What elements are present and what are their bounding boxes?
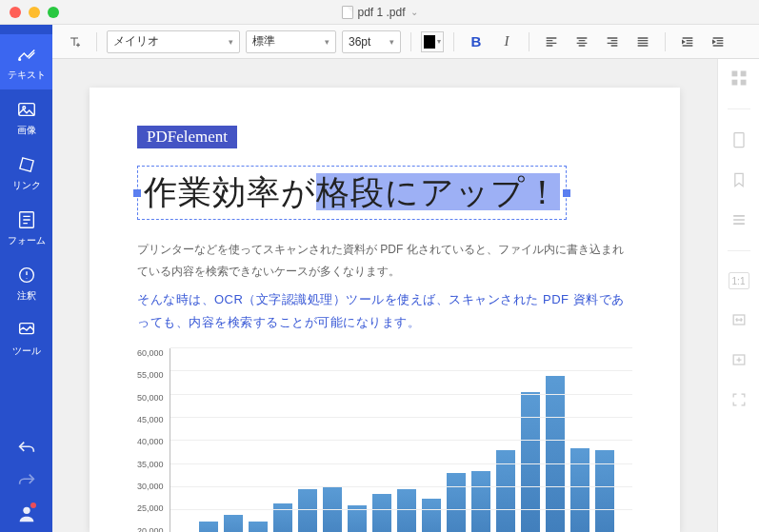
body-paragraph[interactable]: プリンターなどを使ってスキャンされた資料が PDF 化されていると、ファイル内に… [137, 239, 632, 283]
window-controls [10, 7, 59, 18]
window-title: pdf 1 .pdf ⌄ [341, 6, 417, 19]
heading-selected: 格段にアップ！ [316, 173, 560, 210]
y-tick-label: 45,000 [137, 415, 164, 424]
y-tick-label: 20,000 [137, 526, 164, 532]
chart-bar [471, 471, 490, 532]
y-tick-label: 30,000 [137, 482, 164, 491]
chevron-down-icon: ▾ [389, 37, 394, 47]
thumbnails-icon[interactable] [729, 69, 749, 88]
y-tick-label: 40,000 [137, 437, 164, 446]
svg-rect-10 [740, 80, 746, 86]
undo-icon[interactable] [16, 439, 37, 460]
sidebar-item-tools[interactable]: ツール [0, 310, 52, 365]
svg-rect-9 [731, 80, 737, 86]
chevron-down-icon: ▾ [437, 37, 441, 46]
sidebar-label: 画像 [17, 124, 36, 137]
style-value: 標準 [252, 33, 275, 49]
add-text-icon[interactable] [62, 30, 87, 54]
chart-bar [447, 473, 466, 532]
font-color-picker[interactable]: ▾ [421, 31, 444, 52]
user-icon[interactable] [16, 503, 37, 524]
chart-bar [372, 494, 391, 532]
product-label[interactable]: PDFelement [137, 126, 237, 148]
annotate-icon [16, 265, 37, 286]
color-swatch [424, 35, 435, 49]
svg-point-0 [18, 59, 20, 61]
sidebar-item-form[interactable]: フォーム [0, 200, 52, 255]
chart-bar [224, 515, 243, 532]
text-edit-icon [16, 44, 37, 65]
image-icon [16, 99, 37, 120]
indent-decrease-button[interactable] [675, 30, 700, 54]
chart-bar [521, 392, 540, 532]
chart-bar [298, 489, 317, 532]
chevron-down-icon[interactable]: ⌄ [410, 7, 418, 17]
sidebar-label: テキスト [8, 69, 46, 82]
sidebar-label: 注釈 [17, 289, 36, 303]
form-icon [16, 209, 37, 230]
bold-button[interactable]: B [464, 30, 489, 54]
font-style-dropdown[interactable]: 標準 ▾ [246, 30, 336, 53]
bar-chart: 60,00055,00050,00045,00040,00035,00030,0… [137, 348, 632, 532]
redo-icon[interactable] [16, 471, 37, 492]
y-tick-label: 50,000 [137, 393, 164, 403]
svg-point-6 [23, 507, 30, 514]
minimize-window[interactable] [29, 7, 40, 18]
chart-bar [570, 448, 589, 532]
document-viewport[interactable]: PDFelement 作業効率が格段にアップ！ プリンターなどを使ってスキャンさ… [52, 59, 717, 532]
y-tick-label: 25,000 [137, 503, 164, 513]
right-sidebar: 1:1 [717, 59, 759, 532]
highlight-paragraph[interactable]: そんな時は、OCR（文字認識処理）ツールを使えば、スキャンされた PDF 資料で… [137, 288, 632, 335]
sidebar-item-annotate[interactable]: 注釈 [0, 255, 52, 310]
selection-handle-left[interactable] [133, 189, 141, 197]
indent-increase-button[interactable] [706, 30, 730, 54]
y-tick-label: 35,000 [137, 460, 164, 469]
editable-heading[interactable]: 作業効率が格段にアップ！ [137, 166, 567, 220]
chevron-down-icon: ▾ [325, 37, 330, 47]
sidebar-label: フォーム [8, 234, 46, 247]
sidebar-label: リンク [12, 179, 41, 192]
chart-bar [249, 522, 268, 532]
list-icon[interactable] [729, 210, 749, 229]
font-family-dropdown[interactable]: メイリオ ▾ [107, 30, 240, 53]
chevron-down-icon: ▾ [229, 37, 233, 47]
left-sidebar: テキスト 画像 リンク フォーム 注釈 [0, 25, 52, 532]
sidebar-item-image[interactable]: 画像 [0, 89, 52, 145]
sidebar-item-link[interactable]: リンク [0, 145, 52, 200]
font-size-dropdown[interactable]: 36pt ▾ [342, 30, 401, 53]
bookmark-icon[interactable] [729, 170, 749, 189]
page-icon[interactable] [729, 130, 749, 149]
sidebar-label: ツール [12, 345, 41, 358]
filename-label: pdf 1 .pdf [357, 6, 405, 19]
heading-plain: 作業効率が [144, 173, 316, 210]
link-icon [16, 154, 37, 175]
align-center-button[interactable] [569, 30, 594, 54]
zoom-icon[interactable] [729, 350, 749, 369]
fit-page-icon[interactable]: 1:1 [729, 272, 749, 289]
tools-icon [16, 320, 37, 341]
size-value: 36pt [349, 35, 370, 49]
chart-y-axis: 60,00055,00050,00045,00040,00035,00030,0… [137, 348, 170, 532]
y-tick-label: 55,000 [137, 370, 164, 380]
svg-rect-8 [740, 71, 746, 77]
maximize-window[interactable] [48, 7, 59, 18]
titlebar: pdf 1 .pdf ⌄ [0, 0, 759, 25]
svg-rect-7 [731, 71, 737, 77]
svg-rect-11 [734, 133, 744, 148]
close-window[interactable] [10, 7, 21, 18]
text-toolbar: メイリオ ▾ 標準 ▾ 36pt ▾ ▾ B I [52, 25, 759, 59]
selection-handle-right[interactable] [563, 189, 570, 197]
align-justify-button[interactable] [630, 30, 655, 54]
font-value: メイリオ [113, 33, 159, 49]
chart-bar [273, 503, 292, 532]
sidebar-item-text[interactable]: テキスト [0, 34, 52, 89]
chart-bar [422, 499, 441, 532]
pdf-page[interactable]: PDFelement 作業効率が格段にアップ！ プリンターなどを使ってスキャンさ… [90, 88, 680, 532]
fullscreen-icon[interactable] [729, 390, 749, 409]
italic-button[interactable]: I [494, 30, 519, 54]
align-left-button[interactable] [539, 30, 564, 54]
file-icon [341, 6, 352, 19]
notification-dot [30, 502, 36, 508]
align-right-button[interactable] [600, 30, 625, 54]
fit-width-icon[interactable] [729, 310, 749, 329]
